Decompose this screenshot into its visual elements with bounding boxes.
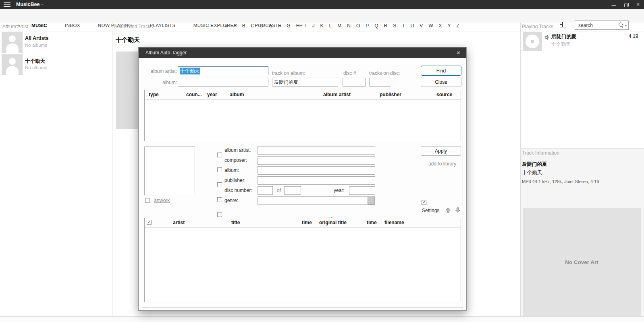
col-artist[interactable]: artist [169, 218, 227, 227]
col-time[interactable]: time [298, 218, 315, 227]
tag-album-checkbox[interactable] [217, 182, 222, 187]
search-box: ▾ [575, 21, 629, 30]
col-year[interactable]: year [203, 90, 226, 99]
alpha-link[interactable]: G [287, 23, 290, 29]
alpha-link[interactable]: F [278, 23, 281, 29]
search-results-table[interactable]: type coun... year album album artist pub… [144, 90, 461, 141]
search-chevron-down-icon[interactable]: ▾ [625, 24, 627, 27]
alpha-link[interactable]: H [296, 23, 300, 29]
window-controls: — ✕ [608, 0, 644, 9]
alpha-link[interactable]: M [337, 23, 341, 29]
alpha-link[interactable]: E [269, 23, 272, 29]
tag-album-artist-input[interactable] [258, 146, 375, 155]
tracks-table[interactable]: artist title time original title time fi… [144, 218, 461, 302]
artwork-checkbox[interactable] [145, 198, 150, 203]
tag-composer-checkbox[interactable] [217, 167, 222, 172]
alpha-link[interactable]: B [242, 23, 245, 29]
album-search-input[interactable] [178, 78, 268, 87]
track-on-album-input[interactable]: 后陡门的夏 [272, 78, 338, 87]
now-playing-title: 后陡门的夏 [551, 33, 577, 40]
alpha-link[interactable]: S [393, 23, 396, 29]
hamburger-menu-icon[interactable] [4, 2, 10, 7]
genre-input[interactable] [258, 196, 375, 205]
col-publisher[interactable]: publisher [376, 90, 432, 99]
close-button[interactable]: ✕ [632, 0, 644, 9]
alpha-link[interactable]: J [312, 23, 315, 29]
alpha-link[interactable]: Z [457, 23, 459, 29]
alpha-link[interactable]: Y [448, 23, 451, 29]
col-type[interactable]: type [145, 90, 182, 99]
move-up-arrow-icon[interactable] [445, 207, 451, 213]
main-header: Album and Tracks [114, 24, 153, 29]
search-icon[interactable] [619, 23, 624, 28]
track-info-details: MP3 44.1 kHz, 128k, Joint Stereo, 4:19 [522, 179, 599, 184]
alpha-link[interactable]: D [260, 23, 264, 29]
tag-publisher-checkbox[interactable] [217, 197, 222, 202]
add-to-library-checkbox[interactable] [422, 200, 426, 205]
restore-button[interactable] [620, 0, 632, 9]
alpha-link[interactable]: A [233, 23, 237, 29]
col-title[interactable]: title [227, 218, 298, 227]
alpha-link[interactable]: T [402, 23, 405, 29]
artwork-link[interactable]: artwork [154, 198, 170, 203]
no-cover-text: No Cover Art [565, 259, 598, 265]
tag-album-input[interactable] [258, 166, 375, 175]
alpha-link[interactable]: W [428, 23, 433, 29]
col-album-artist[interactable]: album artist [319, 90, 376, 99]
col-count[interactable]: coun... [182, 90, 203, 99]
alpha-link[interactable]: Q [374, 23, 378, 29]
playing-track-row[interactable]: 后陡门的夏 4:19 十个勤天 [521, 31, 644, 52]
album-label: album: [143, 80, 177, 85]
genre-browse-button[interactable]: ... [368, 197, 375, 204]
col-time-2[interactable]: time [363, 218, 380, 227]
col-original-title[interactable]: original title [315, 218, 363, 227]
tracks-on-disc-input[interactable] [369, 78, 391, 87]
disc-number-input[interactable] [343, 78, 366, 87]
move-down-arrow-icon[interactable] [455, 207, 461, 213]
alpha-link[interactable]: I [305, 23, 306, 29]
select-all-checkbox[interactable] [147, 220, 152, 225]
alpha-link[interactable]: P [366, 23, 369, 29]
tag-album-artist-checkbox[interactable] [217, 153, 222, 157]
alpha-link[interactable]: # [225, 23, 228, 29]
col-album[interactable]: album [226, 90, 319, 99]
tab-inbox[interactable]: INBOX [65, 23, 80, 28]
tag-publisher-input[interactable] [258, 176, 375, 185]
panel-layout-icon[interactable] [560, 22, 566, 27]
alpha-link[interactable]: V [420, 23, 423, 29]
alpha-link[interactable]: R [384, 23, 388, 29]
list-item-artist[interactable]: 十个勤天 No albums [2, 54, 110, 77]
speaker-icon [545, 35, 550, 40]
dialog-close-action-button[interactable]: Close [421, 77, 461, 87]
alpha-link[interactable]: O [356, 23, 360, 29]
list-item-all-artists[interactable]: All Artists No albums [2, 32, 110, 54]
settings-link[interactable]: Settings [422, 208, 439, 213]
alpha-link[interactable]: L [329, 23, 332, 29]
alpha-link[interactable]: N [347, 23, 351, 29]
apply-button[interactable]: Apply [421, 146, 461, 156]
album-artist-search-input[interactable]: 十个勤天 [178, 66, 268, 75]
tag-composer-input[interactable] [258, 156, 375, 165]
col-filename[interactable]: filename [380, 218, 461, 227]
col-source[interactable]: source [432, 90, 461, 99]
alpha-link[interactable]: K [320, 23, 324, 29]
alpha-link[interactable]: U [411, 23, 414, 29]
tracks-on-disc-label: tracks on disc: [369, 70, 400, 76]
tab-playlists[interactable]: PLAYLISTS [150, 23, 176, 28]
dialog-titlebar[interactable]: Album Auto-Tagger ✕ [139, 47, 466, 58]
disc-number-value-input[interactable] [258, 186, 273, 195]
minimize-button[interactable]: — [608, 0, 620, 9]
select-all-cell [145, 218, 156, 227]
app-menu-chevron-down-icon[interactable]: ⌄ [41, 2, 44, 6]
tag-disc-number-checkbox[interactable] [217, 212, 222, 217]
dialog-close-button[interactable]: ✕ [455, 50, 462, 56]
find-button[interactable]: Find [421, 66, 461, 76]
tag-year-label: year: [334, 188, 345, 193]
year-input[interactable] [349, 186, 375, 195]
alpha-link[interactable]: X [439, 23, 442, 29]
disc-total-input[interactable] [284, 186, 301, 195]
alpha-link[interactable]: C [251, 23, 255, 29]
tab-music[interactable]: MUSIC [31, 23, 47, 28]
tab-bar: ← → MUSIC INBOX NOW PLAYING PLAYLISTS MU… [0, 9, 644, 23]
search-input[interactable] [575, 23, 619, 28]
